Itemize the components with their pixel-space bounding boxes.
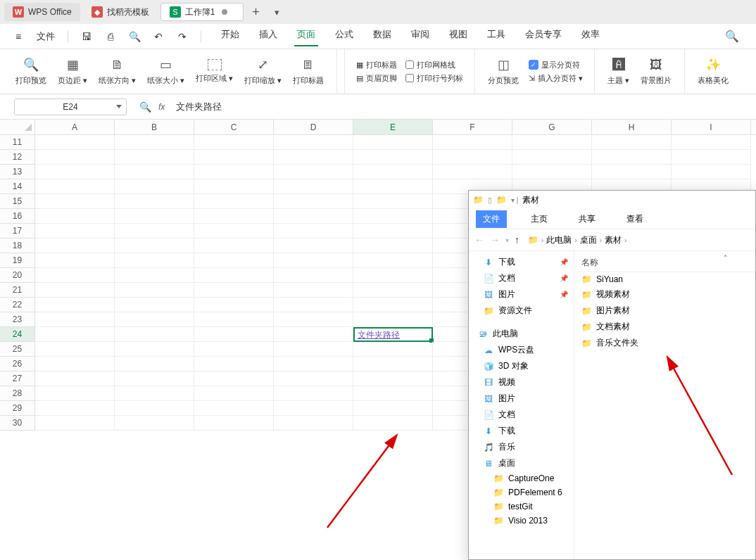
tree-item[interactable]: ☁WPS云盘 (469, 342, 574, 358)
tree-item[interactable]: 📄文档 (469, 407, 574, 423)
list-item[interactable]: 📁文档素材 (574, 319, 755, 335)
cell-B24[interactable] (115, 327, 194, 342)
cell-B22[interactable] (115, 298, 194, 312)
cell-A12[interactable] (35, 150, 115, 165)
cell-G11[interactable] (512, 135, 592, 150)
col-header-A[interactable]: A (35, 120, 115, 134)
cell-A22[interactable] (35, 298, 115, 312)
cell-B15[interactable] (115, 194, 194, 209)
cell-D29[interactable] (274, 401, 353, 416)
cell-B20[interactable] (115, 268, 194, 283)
row-header-17[interactable]: 17 (0, 224, 35, 238)
cell-B28[interactable] (115, 386, 194, 401)
row-header-21[interactable]: 21 (0, 283, 35, 298)
cell-E16[interactable] (353, 209, 433, 224)
tab-menu-button[interactable]: ▾ (267, 3, 286, 21)
print-preview-button[interactable]: 🔍打印预览 (10, 49, 52, 94)
cell-E11[interactable] (353, 135, 433, 150)
cell-A18[interactable] (35, 238, 115, 253)
page-break-preview-button[interactable]: ◫分页预览 (482, 49, 524, 94)
cell-A24[interactable] (35, 327, 115, 342)
cell-A14[interactable] (35, 179, 115, 194)
cell-A13[interactable] (35, 165, 115, 179)
print-gridlines-checkbox[interactable]: 打印网格线 (405, 60, 463, 70)
menu-插入[interactable]: 插入 (256, 27, 280, 46)
cell-E30[interactable] (353, 416, 433, 431)
cell-D23[interactable] (274, 312, 353, 327)
tree-this-pc[interactable]: 🖳此电脑 (469, 326, 574, 342)
list-item[interactable]: 📁音乐文件夹 (574, 335, 755, 351)
tree-item[interactable]: 📁testGit (469, 499, 574, 514)
table-beautify-button[interactable]: ✨表格美化 (692, 49, 734, 94)
cell-A17[interactable] (35, 224, 115, 238)
formula-input[interactable] (172, 101, 756, 112)
cell-E28[interactable] (353, 386, 433, 401)
tree-item[interactable]: 📁CaptureOne (469, 471, 574, 485)
cell-I11[interactable] (672, 135, 751, 150)
cell-E13[interactable] (353, 165, 433, 179)
cell-B26[interactable] (115, 357, 194, 371)
row-header-30[interactable]: 30 (0, 416, 35, 431)
crumb-pc[interactable]: 此电脑 (546, 234, 572, 246)
row-header-29[interactable]: 29 (0, 401, 35, 416)
cell-A28[interactable] (35, 386, 115, 401)
theme-button[interactable]: 🅰主题 ▾ (602, 49, 635, 94)
menu-视图[interactable]: 视图 (446, 27, 470, 46)
col-header-H[interactable]: H (592, 120, 672, 134)
cell-F13[interactable] (433, 165, 512, 179)
cell-C11[interactable] (194, 135, 274, 150)
cell-D27[interactable] (274, 371, 353, 386)
menu-页面[interactable]: 页面 (294, 27, 318, 46)
cell-B17[interactable] (115, 224, 194, 238)
cell-C22[interactable] (194, 298, 274, 312)
cell-C14[interactable] (194, 179, 274, 194)
cell-C26[interactable] (194, 357, 274, 371)
print-headers-checkbox[interactable]: 打印行号列标 (405, 73, 463, 84)
cell-C18[interactable] (194, 238, 274, 253)
col-header-B[interactable]: B (115, 120, 194, 134)
explorer-title-bar[interactable]: 📁 ▯ 📁 ▾ | 素材 (469, 191, 755, 209)
cell-A23[interactable] (35, 312, 115, 327)
cell-E17[interactable] (353, 224, 433, 238)
preview-icon[interactable]: 🔍 (126, 28, 143, 45)
cell-E22[interactable] (353, 298, 433, 312)
tree-item[interactable]: ⬇下载 (469, 423, 574, 439)
cell-E18[interactable] (353, 238, 433, 253)
row-header-20[interactable]: 20 (0, 268, 35, 283)
cell-A20[interactable] (35, 268, 115, 283)
cell-E23[interactable] (353, 312, 433, 327)
nav-up-icon[interactable]: ↑ (515, 234, 519, 246)
cell-D25[interactable] (274, 342, 353, 357)
explorer-menu-view[interactable]: 查看 (619, 210, 650, 228)
cell-C21[interactable] (194, 283, 274, 298)
row-header-13[interactable]: 13 (0, 165, 35, 179)
paper-size-button[interactable]: ▭纸张大小 ▾ (141, 49, 190, 94)
cell-A26[interactable] (35, 357, 115, 371)
row-header-15[interactable]: 15 (0, 194, 35, 209)
cell-D24[interactable] (274, 327, 353, 342)
cell-C15[interactable] (194, 194, 274, 209)
cell-E19[interactable] (353, 253, 433, 268)
cell-E14[interactable] (353, 179, 433, 194)
explorer-menu-home[interactable]: 主页 (524, 210, 555, 228)
cell-D21[interactable] (274, 283, 353, 298)
menu-会员专享[interactable]: 会员专享 (522, 27, 565, 46)
search-icon[interactable]: 🔍 (725, 30, 746, 43)
cell-B16[interactable] (115, 209, 194, 224)
cell-A11[interactable] (35, 135, 115, 150)
hamburger-icon[interactable]: ≡ (10, 28, 27, 45)
row-header-11[interactable]: 11 (0, 135, 35, 150)
cell-A19[interactable] (35, 253, 115, 268)
cell-C13[interactable] (194, 165, 274, 179)
cell-D14[interactable] (274, 179, 353, 194)
cell-A25[interactable] (35, 342, 115, 357)
show-page-breaks-toggle[interactable]: ✓显示分页符 (529, 60, 583, 70)
cell-C19[interactable] (194, 253, 274, 268)
col-header-C[interactable]: C (194, 120, 274, 134)
cell-E27[interactable] (353, 371, 433, 386)
row-header-12[interactable]: 12 (0, 150, 35, 165)
cell-H11[interactable] (592, 135, 672, 150)
tree-item[interactable]: 🎵音乐 (469, 439, 574, 455)
cell-B30[interactable] (115, 416, 194, 431)
cell-B18[interactable] (115, 238, 194, 253)
